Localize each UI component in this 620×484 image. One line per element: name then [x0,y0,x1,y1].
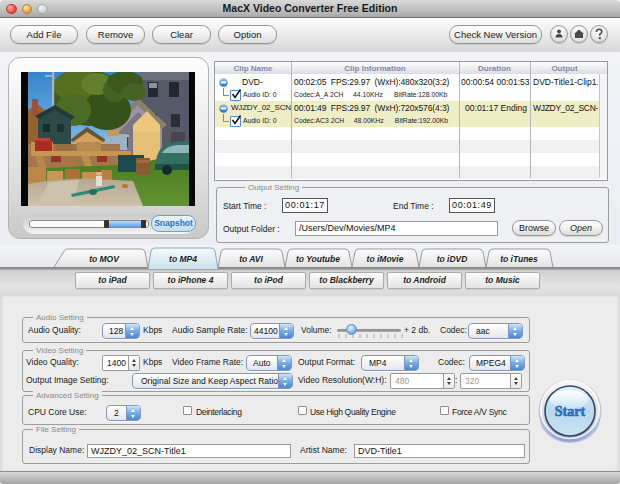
svg-text:Start: Start [555,404,586,419]
